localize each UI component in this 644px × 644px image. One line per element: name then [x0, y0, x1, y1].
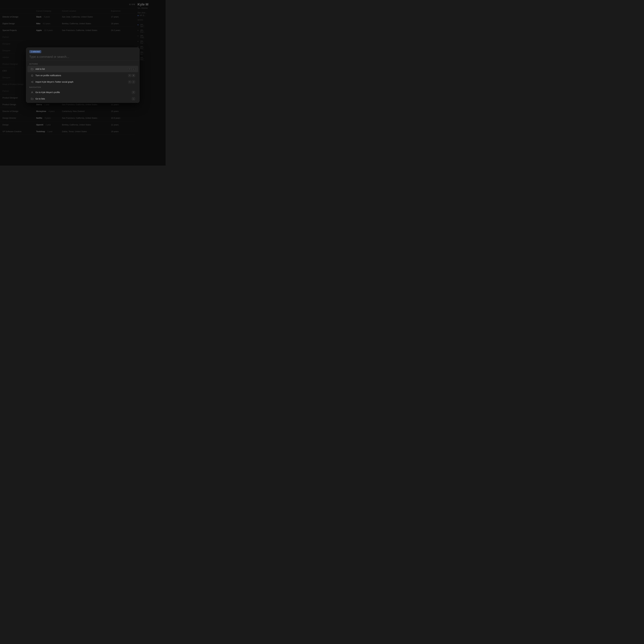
command-left: Go to Kyle Meyer's profile [31, 91, 60, 94]
folder-icon [31, 67, 34, 71]
command-left: Add to list [31, 67, 45, 71]
actions-section-label: Actions [26, 62, 139, 66]
command-notifications[interactable]: Turn on profile notifications ⌘ N [27, 72, 138, 79]
command-left: Turn on profile notifications [31, 74, 61, 77]
navigation-section-label: Navigation [26, 85, 139, 89]
svg-point-7 [33, 82, 33, 83]
folder2-icon [31, 97, 34, 100]
bell-icon [31, 74, 34, 77]
command-import-twitter[interactable]: Import Kyle Meyer's Twitter social graph… [27, 79, 138, 85]
command-label: Import Kyle Meyer's Twitter social graph [35, 81, 73, 83]
svg-point-10 [32, 92, 33, 92]
command-modal: 1 selected Actions Add to list ⌘ L [26, 48, 140, 103]
shortcut-group: ⌘ L [128, 68, 135, 71]
shortcut-key: N [132, 74, 135, 77]
command-left: Import Kyle Meyer's Twitter social graph [31, 80, 73, 83]
svg-point-6 [33, 81, 33, 82]
shortcut-group: L [132, 97, 135, 100]
modal-top: 1 selected [26, 48, 139, 61]
command-label: Add to list [35, 68, 45, 70]
command-label: Turn on profile notifications [35, 74, 61, 77]
shortcut-key: L [132, 97, 135, 100]
shortcut-key: ⌘ [128, 68, 131, 71]
shortcut-key: ⌘ [128, 81, 131, 83]
command-label: Go to Kyle Meyer's profile [35, 91, 60, 94]
svg-line-8 [32, 81, 33, 82]
command-label: Go to lists [35, 98, 45, 100]
shortcut-group: P [132, 91, 135, 94]
shortcut-key: ⌘ [128, 74, 131, 77]
modal-body: Actions Add to list ⌘ L [26, 61, 139, 103]
command-left: Go to lists [31, 97, 45, 100]
command-go-profile[interactable]: Go to Kyle Meyer's profile P [27, 89, 138, 96]
selected-badge: 1 selected [29, 50, 41, 53]
shortcut-key: I [132, 81, 135, 83]
command-go-lists[interactable]: Go to lists L [27, 96, 138, 102]
shortcut-group: ⌘ I [128, 81, 135, 83]
svg-point-5 [31, 82, 32, 82]
shortcut-key: L [132, 68, 135, 71]
command-search-input[interactable] [29, 55, 136, 59]
command-add-to-list[interactable]: Add to list ⌘ L [27, 66, 138, 72]
svg-line-9 [32, 82, 33, 82]
person-icon [31, 91, 34, 94]
shortcut-group: ⌘ N [128, 74, 135, 77]
shortcut-key: P [132, 91, 135, 94]
share-icon [31, 80, 34, 83]
